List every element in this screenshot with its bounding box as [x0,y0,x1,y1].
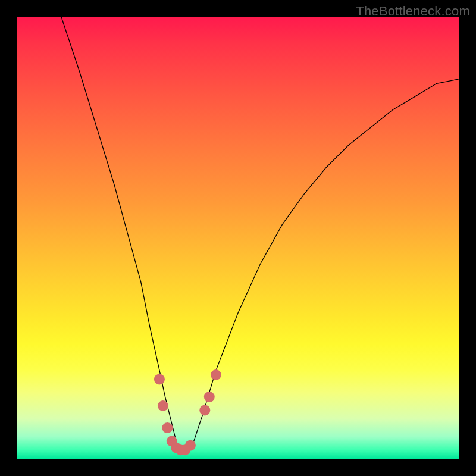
highlight-dot [211,369,221,380]
highlight-dot [199,405,210,415]
highlight-dot [158,400,168,411]
highlight-dots-group [154,369,221,455]
bottleneck-curve-path [61,17,459,452]
chart-svg [17,17,459,459]
plot-area [17,17,459,459]
watermark-text: TheBottleneck.com [356,4,470,19]
highlight-dot [162,422,173,433]
highlight-dot [154,374,165,384]
highlight-dot [204,392,215,402]
highlight-dot [185,440,196,451]
